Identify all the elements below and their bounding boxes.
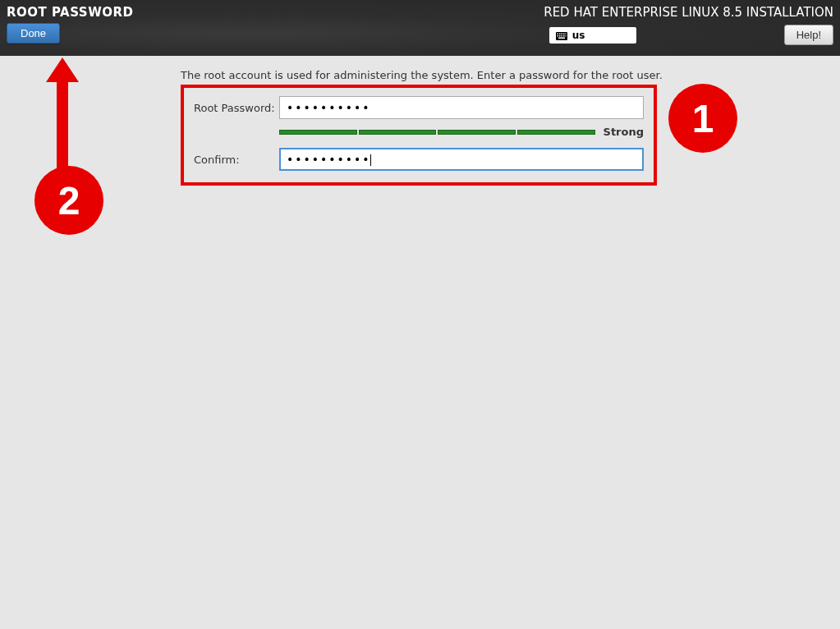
strength-segment-4 bbox=[517, 130, 595, 135]
header-bar: ROOT PASSWORD Done RED HAT ENTERPRISE LI… bbox=[0, 0, 840, 56]
root-password-label: Root Password: bbox=[194, 102, 279, 114]
root-password-input[interactable]: •••••••••• bbox=[279, 96, 644, 119]
confirm-password-label: Confirm: bbox=[194, 154, 279, 166]
svg-rect-1 bbox=[557, 33, 558, 34]
strength-row: Strong bbox=[279, 126, 644, 138]
root-password-value: •••••••••• bbox=[287, 101, 371, 114]
keyboard-icon bbox=[556, 31, 567, 39]
svg-rect-5 bbox=[565, 33, 566, 34]
annotation-arrow bbox=[51, 57, 76, 168]
svg-rect-6 bbox=[557, 35, 558, 37]
text-cursor bbox=[370, 154, 371, 166]
svg-rect-9 bbox=[563, 35, 565, 37]
confirm-password-value: •••••••••• bbox=[287, 153, 371, 166]
password-form: Root Password: •••••••••• Strong Confirm… bbox=[181, 85, 657, 186]
annotation-step-1: 1 bbox=[668, 84, 737, 153]
svg-rect-8 bbox=[561, 35, 562, 37]
install-title: RED HAT ENTERPRISE LINUX 8.5 INSTALLATIO… bbox=[544, 5, 833, 20]
header-controls: us Help! bbox=[549, 25, 833, 45]
svg-rect-11 bbox=[558, 37, 565, 39]
strength-segment-2 bbox=[359, 130, 437, 135]
keyboard-layout-label: us bbox=[572, 30, 585, 41]
confirm-password-input[interactable]: •••••••••• bbox=[279, 148, 644, 171]
confirm-password-row: Confirm: •••••••••• bbox=[194, 148, 644, 171]
strength-segment-3 bbox=[438, 130, 516, 135]
svg-rect-4 bbox=[563, 33, 565, 34]
instruction-text: The root account is used for administeri… bbox=[181, 69, 840, 81]
arrow-shaft bbox=[57, 78, 68, 168]
root-password-row: Root Password: •••••••••• bbox=[194, 96, 644, 119]
svg-rect-3 bbox=[561, 33, 562, 34]
svg-rect-10 bbox=[565, 35, 566, 37]
done-button[interactable]: Done bbox=[7, 23, 60, 44]
header-right: RED HAT ENTERPRISE LINUX 8.5 INSTALLATIO… bbox=[544, 5, 833, 51]
svg-rect-7 bbox=[559, 35, 561, 37]
strength-segment-1 bbox=[279, 130, 357, 135]
keyboard-layout-indicator[interactable]: us bbox=[549, 27, 636, 44]
screen-title: ROOT PASSWORD bbox=[7, 5, 133, 20]
header-left: ROOT PASSWORD Done bbox=[7, 5, 133, 51]
annotation-step-2: 2 bbox=[34, 166, 103, 235]
help-button[interactable]: Help! bbox=[784, 25, 833, 45]
strength-label: Strong bbox=[604, 126, 644, 138]
svg-rect-2 bbox=[559, 33, 561, 34]
strength-meter bbox=[279, 130, 595, 135]
